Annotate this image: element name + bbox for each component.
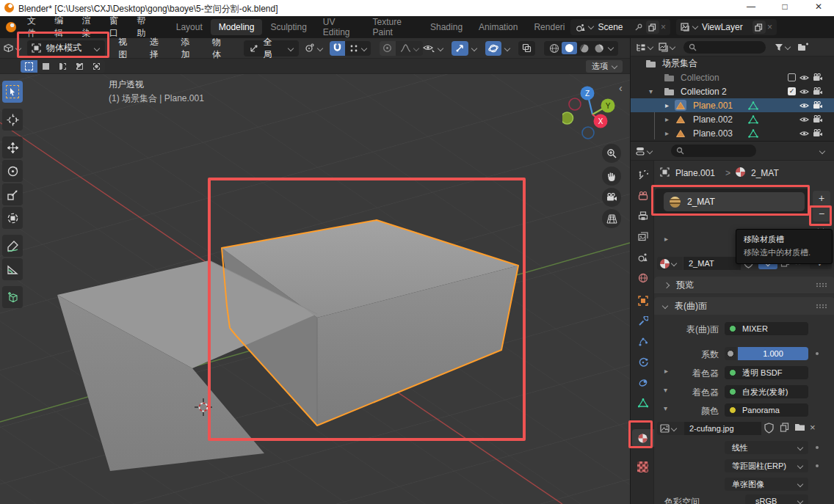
gizmo-dropdown-icon[interactable] <box>471 45 477 51</box>
viewlayer-name[interactable]: ViewLayer <box>702 22 743 32</box>
tool-add-cube[interactable] <box>2 286 23 308</box>
tab-modifiers[interactable] <box>637 315 648 326</box>
outliner-row-plane-002[interactable]: ▸ Plane.002 <box>631 112 834 126</box>
preview-panel-header[interactable]: 预览 <box>654 277 834 294</box>
menu-select[interactable]: 选择 <box>142 36 174 61</box>
visibility-dropdown[interactable] <box>423 43 443 53</box>
expand-icon[interactable]: ▾ <box>649 87 653 95</box>
tab-uv-editing[interactable]: UV Editing <box>315 14 365 40</box>
tab-modeling[interactable]: Modeling <box>211 19 263 35</box>
gizmo-neg-x-ball[interactable] <box>569 98 581 110</box>
outliner-row-scene-collection[interactable]: 场景集合 <box>631 56 834 70</box>
properties-editor-type-button[interactable] <box>635 146 652 156</box>
menu-view[interactable]: 视图 <box>111 36 142 61</box>
shader2-value-field[interactable]: 自发光(发射) <box>725 385 808 398</box>
snap-settings-button[interactable] <box>345 41 371 56</box>
decorator-dot[interactable] <box>816 446 819 449</box>
select-mode-new-button[interactable] <box>21 60 37 73</box>
decorator-dot[interactable] <box>816 352 819 355</box>
breadcrumb-object[interactable]: Plane.001 <box>675 168 715 178</box>
render-camera-icon[interactable] <box>813 73 823 81</box>
properties-options-icon[interactable] <box>819 147 825 153</box>
scene-collection-label[interactable]: 场景集合 <box>662 57 697 70</box>
tab-physics[interactable] <box>637 357 648 368</box>
panel-drag-grip[interactable] <box>816 304 827 309</box>
gizmo-toggle-button[interactable] <box>452 41 468 56</box>
collection-2-label[interactable]: Collection 2 <box>681 87 727 97</box>
expand-icon[interactable]: ▸ <box>665 115 669 123</box>
object-name[interactable]: Plane.003 <box>693 128 733 139</box>
menu-add[interactable]: 添加 <box>173 36 205 61</box>
tool-scale[interactable] <box>2 183 23 205</box>
shading-material-button[interactable] <box>577 43 592 54</box>
proportional-edit-button[interactable] <box>380 41 396 56</box>
outliner-filter-restrict-button[interactable] <box>659 43 675 52</box>
overlays-toggle-button[interactable] <box>485 41 502 56</box>
add-material-slot-button[interactable]: + <box>813 191 830 205</box>
transform-orientation-selector[interactable]: 全局 <box>244 40 299 56</box>
gizmo-neg-z-ball[interactable] <box>582 127 594 139</box>
outliner-row-plane-003[interactable]: ▸ Plane.003 <box>631 126 834 140</box>
tool-measure[interactable] <box>2 258 23 280</box>
remove-viewlayer-icon[interactable]: × <box>767 22 772 32</box>
tool-rotate[interactable] <box>2 160 23 182</box>
shading-wireframe-button[interactable] <box>547 43 562 54</box>
outliner-filter-button[interactable] <box>775 43 790 51</box>
scene-name[interactable]: Scene <box>598 22 623 32</box>
surface-panel-header[interactable]: 表(曲)面 <box>654 297 834 315</box>
breadcrumb-material[interactable]: 2_MAT <box>751 168 779 178</box>
exclude-checkbox-checked[interactable]: ✓ <box>788 87 796 95</box>
outliner-row-collection-2[interactable]: ▾ Collection 2 ✓ <box>631 84 834 98</box>
outliner-row-collection[interactable]: Collection <box>631 70 834 84</box>
slot-expand-icon[interactable]: ▸ <box>664 235 668 243</box>
tool-cursor[interactable] <box>2 109 23 131</box>
outliner-search-input[interactable] <box>683 41 766 54</box>
snap-toggle-button[interactable] <box>330 41 345 56</box>
material-datablock-browse[interactable] <box>657 257 683 270</box>
hide-eye-icon[interactable] <box>799 102 809 109</box>
object-name[interactable]: Plane.002 <box>693 114 733 125</box>
colorspace-dropdown[interactable]: sRGB <box>745 494 808 504</box>
unlink-image-icon[interactable]: × <box>810 422 816 433</box>
select-mode-extend-button[interactable] <box>37 60 54 73</box>
hide-eye-icon[interactable] <box>799 116 809 123</box>
color-value-field[interactable]: Panorama <box>725 403 808 417</box>
tab-constraints[interactable] <box>637 377 648 388</box>
select-mode-intersect-button[interactable] <box>88 60 105 73</box>
scene-selector[interactable]: Scene × <box>570 19 670 35</box>
panel-drag-grip[interactable] <box>816 282 827 288</box>
tab-world[interactable] <box>637 272 648 283</box>
image-copy-button[interactable] <box>780 423 789 432</box>
material-name-field[interactable]: 2_MAT <box>683 257 741 270</box>
copy-scene-button[interactable] <box>646 21 659 34</box>
tab-texture[interactable] <box>637 461 648 472</box>
tab-texture-paint[interactable]: Texture Paint <box>365 14 422 40</box>
tab-rendering[interactable]: Renderi <box>526 19 566 35</box>
source-dropdown[interactable]: 单张图像 <box>725 478 808 491</box>
gizmo-neg-y-ball[interactable] <box>562 112 573 124</box>
pin-icon[interactable] <box>634 23 643 32</box>
xray-toggle-button[interactable] <box>518 41 535 56</box>
tab-view-layer[interactable] <box>637 231 648 242</box>
tab-object-data[interactable] <box>637 398 648 409</box>
outliner-display-mode-button[interactable] <box>636 43 653 52</box>
proportional-falloff-button[interactable] <box>396 41 423 56</box>
overlays-dropdown-icon[interactable] <box>504 45 510 51</box>
outliner-row-plane-001[interactable]: ▸ Plane.001 <box>631 98 834 112</box>
render-camera-icon[interactable] <box>813 87 823 95</box>
exclude-checkbox[interactable] <box>788 73 796 81</box>
tab-sculpting[interactable]: Sculpting <box>262 19 314 35</box>
tool-annotate[interactable] <box>2 235 23 257</box>
decorator-dot[interactable] <box>816 464 819 467</box>
open-image-folder-icon[interactable] <box>794 423 805 431</box>
tool-select-box[interactable] <box>2 81 23 103</box>
new-collection-button[interactable] <box>797 43 808 52</box>
options-dropdown[interactable]: 选项 <box>586 60 623 73</box>
zoom-button[interactable] <box>602 144 621 163</box>
tab-layout[interactable]: Layout <box>168 19 211 35</box>
blender-menu-icon[interactable] <box>6 22 16 32</box>
render-camera-icon[interactable] <box>813 101 823 109</box>
tab-animation[interactable]: Animation <box>471 19 526 35</box>
tab-output[interactable] <box>637 211 648 222</box>
factor-socket-box[interactable] <box>725 347 736 360</box>
